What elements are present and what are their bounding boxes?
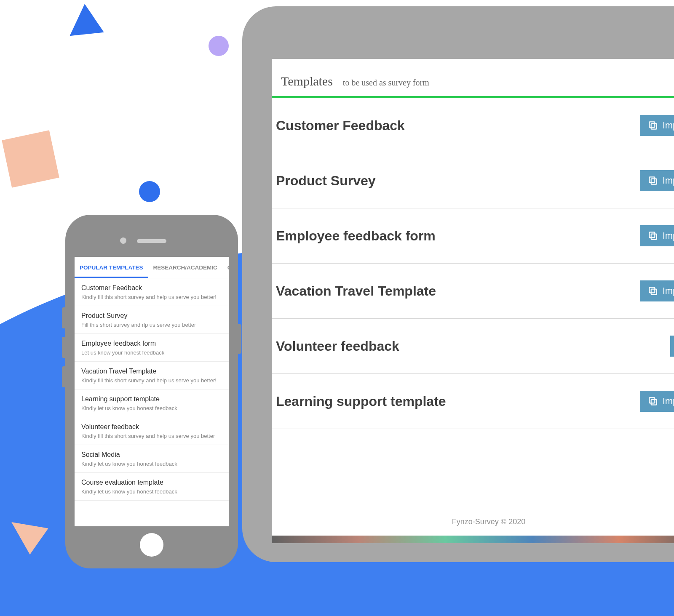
- phone-list-item[interactable]: Course evaluation template Kindly let us…: [75, 473, 229, 501]
- phone-home-button[interactable]: [140, 533, 163, 557]
- phone-tab[interactable]: RESEARCH/ACADEMIC: [148, 257, 222, 278]
- phone-item-desc: Kindly let us know you honest feedback: [81, 488, 222, 495]
- template-title: Volunteer feedback: [276, 339, 399, 354]
- phone-item-desc: Kindly fill this short survey and help u…: [81, 377, 222, 384]
- import-button[interactable]: Import: [640, 391, 674, 412]
- phone-list-item[interactable]: Vacation Travel Template Kindly fill thi…: [75, 362, 229, 389]
- template-row: Customer Feedback Import: [272, 98, 674, 153]
- template-row: Learning support template Import: [272, 374, 674, 429]
- svg-rect-6: [651, 289, 656, 295]
- phone-list-item[interactable]: Employee feedback form Let us know your …: [75, 334, 229, 362]
- phone-item-title: Volunteer feedback: [81, 423, 222, 431]
- svg-rect-11: [649, 397, 655, 403]
- svg-rect-7: [649, 287, 655, 293]
- svg-rect-2: [651, 179, 656, 184]
- svg-rect-0: [651, 124, 656, 129]
- phone-side-button[interactable]: [62, 366, 65, 387]
- phone-tab[interactable]: POPULAR TEMPLATES: [75, 257, 148, 278]
- phone-list-item[interactable]: Customer Feedback Kindly fill this short…: [75, 278, 229, 306]
- import-label: Import: [663, 120, 674, 131]
- phone-template-list: Customer Feedback Kindly fill this short…: [75, 278, 229, 526]
- import-button[interactable]: Import: [640, 170, 674, 191]
- phone-item-title: Product Survey: [81, 312, 222, 320]
- phone-item-desc: Kindly let us know you honest feedback: [81, 405, 222, 411]
- template-row: Volunteer feedback: [272, 319, 674, 374]
- template-title: Vacation Travel Template: [276, 283, 436, 299]
- phone-frame: POPULAR TEMPLATESRESEARCH/ACADEMICCUST C…: [65, 215, 238, 568]
- phone-side-button[interactable]: [62, 307, 65, 328]
- copy-icon: [647, 285, 658, 296]
- decor-triangle-blue: [70, 4, 112, 48]
- template-title: Customer Feedback: [276, 118, 405, 133]
- svg-rect-4: [651, 234, 656, 240]
- import-label: Import: [663, 230, 674, 241]
- copy-icon: [647, 175, 658, 186]
- template-row: Product Survey Import: [272, 153, 674, 208]
- phone-list-item[interactable]: Social Media Kindly let us know you hone…: [75, 445, 229, 473]
- phone-item-title: Learning support template: [81, 395, 222, 403]
- phone-item-title: Customer Feedback: [81, 284, 222, 292]
- phone-tabs: POPULAR TEMPLATESRESEARCH/ACADEMICCUST: [75, 257, 229, 278]
- import-label: Import: [663, 285, 674, 296]
- import-button[interactable]: Import: [640, 225, 674, 246]
- phone-list-item[interactable]: Learning support template Kindly let us …: [75, 389, 229, 417]
- import-button[interactable]: Import: [640, 280, 674, 301]
- template-title: Learning support template: [276, 394, 446, 409]
- phone-item-desc: Kindly fill this short survey and help u…: [81, 294, 222, 300]
- import-button[interactable]: Import: [640, 115, 674, 136]
- phone-item-title: Social Media: [81, 451, 222, 459]
- copy-icon: [647, 120, 658, 131]
- import-button[interactable]: [670, 336, 674, 357]
- phone-screen: POPULAR TEMPLATESRESEARCH/ACADEMICCUST C…: [75, 257, 229, 526]
- svg-rect-1: [649, 122, 655, 127]
- svg-rect-10: [651, 400, 656, 405]
- phone-side-button[interactable]: [238, 324, 241, 354]
- tablet-taskbar: [272, 536, 674, 543]
- svg-rect-5: [649, 232, 655, 237]
- phone-tab[interactable]: CUST: [222, 257, 229, 278]
- template-title: Employee feedback form: [276, 228, 436, 244]
- import-label: Import: [663, 396, 674, 407]
- tablet-header: Templates to be used as survey form: [272, 59, 674, 98]
- svg-rect-3: [649, 177, 655, 182]
- phone-list-item[interactable]: Product Survey Fill this short survey an…: [75, 306, 229, 334]
- phone-item-desc: Kindly fill this short survey and help u…: [81, 433, 222, 439]
- import-label: Import: [663, 175, 674, 186]
- tablet-frame: Templates to be used as survey form Cust…: [242, 6, 674, 562]
- copy-icon: [647, 230, 658, 241]
- template-row: Employee feedback form Import: [272, 208, 674, 264]
- phone-speaker: [137, 239, 166, 243]
- phone-item-desc: Fill this short survey and rlp us serve …: [81, 322, 222, 328]
- phone-side-button[interactable]: [62, 337, 65, 358]
- template-row: Vacation Travel Template Import: [272, 264, 674, 319]
- phone-list-item[interactable]: Volunteer feedback Kindly fill this shor…: [75, 417, 229, 445]
- page-subtitle: to be used as survey form: [343, 78, 429, 88]
- decor-circle-purple: [209, 36, 229, 56]
- phone-item-title: Employee feedback form: [81, 340, 222, 347]
- phone-item-title: Course evaluation template: [81, 479, 222, 486]
- phone-camera: [120, 237, 126, 244]
- decor-square-peach: [2, 130, 59, 187]
- tablet-screen: Templates to be used as survey form Cust…: [272, 59, 674, 543]
- page-title: Templates: [281, 74, 333, 88]
- phone-item-title: Vacation Travel Template: [81, 368, 222, 375]
- decor-circle-blue: [139, 181, 160, 202]
- template-list: Customer Feedback Import Product Survey …: [272, 98, 674, 505]
- copy-icon: [647, 396, 658, 407]
- phone-item-desc: Kindly let us know you honest feedback: [81, 461, 222, 467]
- template-title: Product Survey: [276, 173, 376, 189]
- phone-item-desc: Let us know your honest feedback: [81, 349, 222, 356]
